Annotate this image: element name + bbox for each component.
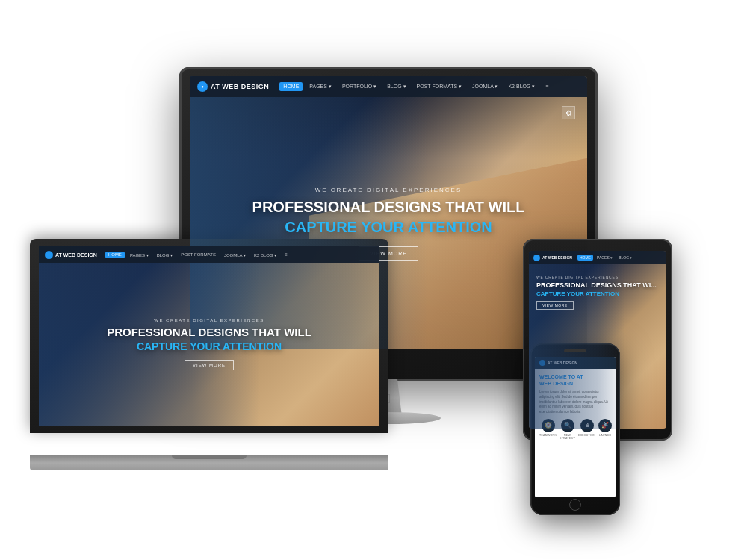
monitor-navbar: AT WEB DESIGN HOME PAGES ▾ PORTFOLIO ▾ B… [190, 76, 587, 97]
monitor-nav-joomla[interactable]: JOOMLA ▾ [468, 82, 501, 91]
laptop-subtitle: WE CREATE DIGITAL EXPERIENCES [154, 318, 264, 323]
tablet-frame: AT WEB DESIGN HOME PAGES ▾ BLOG ▾ WE CRE… [523, 239, 672, 441]
phone-icon-launch-label: LAUNCH [599, 434, 611, 437]
tablet-logo-circle [533, 255, 540, 261]
laptop-headline: PROFESSIONAL DESIGNS THAT WILL [107, 326, 311, 339]
monitor-nav-k2[interactable]: K2 BLOG ▾ [504, 82, 539, 91]
laptop-nav-k2[interactable]: K2 BLOG ▾ [251, 252, 279, 258]
phone-icon-execution-label: EXECUTION [578, 434, 595, 437]
laptop-nav-home[interactable]: HOME [105, 252, 125, 258]
laptop-content: WE CREATE DIGITAL EXPERIENCES PROFESSION… [39, 263, 379, 426]
monitor-headline-accent: CAPTURE YOUR ATTENTION [285, 219, 492, 236]
tablet-device: AT WEB DESIGN HOME PAGES ▾ BLOG ▾ WE CRE… [523, 239, 672, 441]
monitor-nav-home[interactable]: HOME [279, 82, 303, 91]
monitor-nav-portfolio[interactable]: PORTFOLIO ▾ [338, 82, 380, 91]
laptop-device: AT WEB DESIGN HOME PAGES ▾ BLOG ▾ POST F… [30, 239, 388, 470]
monitor-nav-pages[interactable]: PAGES ▾ [306, 82, 335, 91]
tablet-cta-button[interactable]: VIEW MORE [536, 301, 574, 310]
laptop-logo: AT WEB DESIGN [45, 251, 97, 259]
monitor-logo-text: AT WEB DESIGN [211, 83, 269, 90]
tablet-nav-blog[interactable]: BLOG ▾ [616, 255, 634, 261]
laptop-nav-joomla[interactable]: JOOMLA ▾ [221, 252, 249, 258]
laptop-logo-circle [45, 251, 53, 259]
tablet-nav: HOME PAGES ▾ BLOG ▾ [577, 255, 635, 261]
monitor-headline: PROFESSIONAL DESIGNS THAT WILL [252, 198, 525, 216]
tablet-subtitle: WE CREATE DIGITAL EXPERIENCES [536, 275, 619, 279]
monitor-nav-postformats[interactable]: POST FORMATS ▾ [413, 82, 466, 91]
laptop-nav-post[interactable]: POST FORMATS [178, 252, 219, 258]
laptop-nav: HOME PAGES ▾ BLOG ▾ POST FORMATS JOOMLA … [105, 252, 291, 258]
laptop-cta-button[interactable]: VIEW MORE [185, 360, 234, 370]
phone-icon-teamwork-label: TEAMWORK [539, 434, 557, 437]
tablet-nav-pages[interactable]: PAGES ▾ [595, 255, 615, 261]
monitor-subtitle: WE CREATE DIGITAL EXPERIENCES [315, 187, 462, 193]
laptop-keyboard-base [30, 455, 388, 470]
monitor-logo-circle [197, 81, 208, 92]
laptop-headline-accent: CAPTURE YOUR ATTENTION [137, 340, 282, 352]
tablet-content: WE CREATE DIGITAL EXPERIENCES PROFESSION… [529, 264, 666, 429]
tablet-navbar: AT WEB DESIGN HOME PAGES ▾ BLOG ▾ [529, 251, 666, 264]
phone-icon-strategy-label: NEW STRATEGY [560, 434, 575, 440]
laptop-lid: AT WEB DESIGN HOME PAGES ▾ BLOG ▾ POST F… [30, 239, 388, 433]
monitor-gear-icon[interactable]: ⚙ [562, 106, 575, 119]
tablet-nav-home[interactable]: HOME [577, 255, 593, 261]
laptop-nav-pages[interactable]: PAGES ▾ [127, 252, 152, 258]
laptop-screen: AT WEB DESIGN HOME PAGES ▾ BLOG ▾ POST F… [39, 246, 379, 426]
laptop-navbar: AT WEB DESIGN HOME PAGES ▾ BLOG ▾ POST F… [39, 246, 379, 263]
tablet-screen: AT WEB DESIGN HOME PAGES ▾ BLOG ▾ WE CRE… [529, 251, 666, 429]
tablet-logo-text: AT WEB DESIGN [542, 255, 572, 260]
monitor-nav-menu[interactable]: ≡ [542, 82, 552, 91]
tablet-headline-accent: CAPTURE YOUR ATTENTION [536, 290, 619, 297]
monitor-logo: AT WEB DESIGN [197, 81, 269, 92]
phone-home-button[interactable] [569, 499, 581, 511]
laptop-nav-blog[interactable]: BLOG ▾ [154, 252, 176, 258]
monitor-nav-blog[interactable]: BLOG ▾ [383, 82, 409, 91]
tablet-headline: PROFESSIONAL DESIGNS THAT WI... [536, 281, 657, 290]
phone-speaker [564, 349, 586, 352]
laptop-nav-menu[interactable]: ≡ [282, 252, 291, 258]
laptop-logo-text: AT WEB DESIGN [55, 252, 97, 258]
monitor-nav: HOME PAGES ▾ PORTFOLIO ▾ BLOG ▾ POST FOR… [279, 82, 552, 91]
